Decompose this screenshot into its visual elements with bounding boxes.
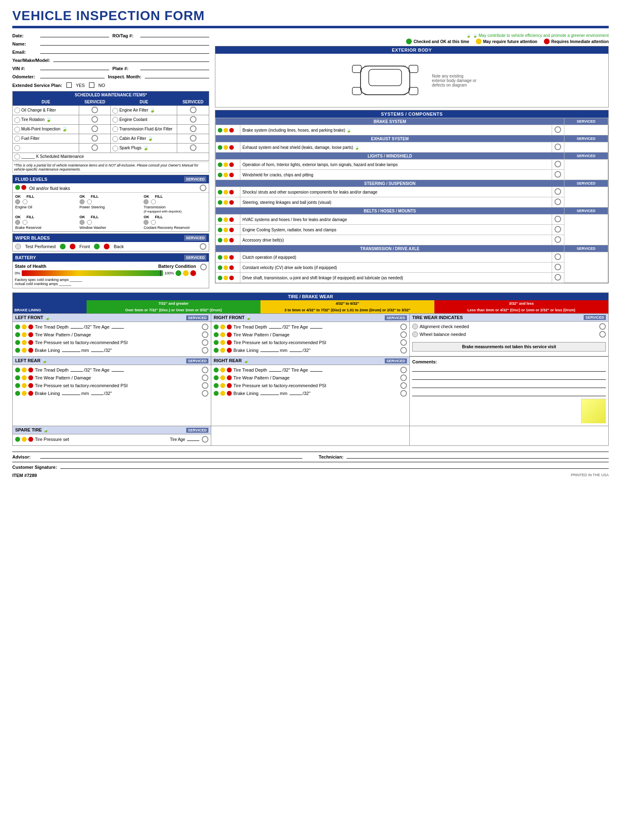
ro-input[interactable] <box>140 37 209 37</box>
sched-note: *This is only a partial list of vehicle … <box>12 162 209 173</box>
email-row: Email: <box>12 50 209 55</box>
item-number: ITEM #7289 <box>12 473 37 478</box>
serv-alignment[interactable] <box>599 323 606 330</box>
serv-coolant[interactable] <box>190 116 196 123</box>
tire-left-front: LEFT FRONT 🍃 SERVICED Tire Tread Depth /… <box>13 314 211 356</box>
sys-item-row: HVAC systems and hoses / lines for leaks… <box>216 215 608 225</box>
title-bar <box>12 26 609 28</box>
vin-input[interactable] <box>40 70 109 70</box>
email-input[interactable] <box>40 53 209 54</box>
brake-note: Brake measurements not taken this servic… <box>412 342 606 352</box>
exterior-body-note: Note any existing exterior body damage o… <box>430 72 479 89</box>
serv-cabinair[interactable] <box>190 135 196 142</box>
ok-circle-ps <box>80 199 84 204</box>
svg-rect-1 <box>369 69 402 86</box>
year-input[interactable] <box>53 62 209 62</box>
sched-col-serv1: SERVICED <box>79 98 111 106</box>
comment-line-1[interactable] <box>412 366 606 372</box>
serv-lr-1[interactable] <box>202 367 208 373</box>
circle-oil <box>14 107 20 113</box>
serv-lf-3[interactable] <box>202 339 208 346</box>
date-label: Date: <box>12 33 37 38</box>
serv-rr-1[interactable] <box>400 367 407 373</box>
legend-may-require-text: May require future attention <box>483 39 537 44</box>
serv-lr-4[interactable] <box>202 390 208 397</box>
tire-yellow-label: 4/32" to 6/32" <box>260 300 434 307</box>
serv-rr-2[interactable] <box>400 374 407 381</box>
serv-lf-1[interactable] <box>202 324 208 330</box>
serv-blank[interactable] <box>91 144 98 151</box>
circle-tirerot <box>14 117 20 123</box>
inspect-input[interactable] <box>145 78 209 78</box>
lr-label: LEFT REAR 🍃 <box>15 358 48 363</box>
lr-row-4: Brake Lining mm /32" <box>15 390 208 397</box>
rr-row-4: Brake Lining mm /32" <box>214 390 407 397</box>
serv-lr-2[interactable] <box>202 374 208 381</box>
odometer-label: Odometer: <box>12 74 37 79</box>
lr-row-2: Tire Wear Pattern / Damage <box>15 374 208 381</box>
serv-fluid-oil[interactable] <box>200 185 206 191</box>
lf-row-4: Brake Lining mm /32" <box>15 347 208 354</box>
serv-lf-2[interactable] <box>202 331 208 338</box>
battery-serviced: SERVICED <box>184 255 206 260</box>
serv-rf-2[interactable] <box>400 331 407 338</box>
ok-circle-br <box>15 220 20 225</box>
serv-rr-4[interactable] <box>400 390 407 397</box>
sys-item-row: Clutch operation (if equipped) <box>216 252 608 262</box>
serv-spark[interactable] <box>190 144 196 151</box>
printed-label: PRINTED IN THE USA <box>571 473 609 478</box>
fluid-window-washer: OKFILL Window Washer <box>80 215 142 230</box>
wiper-test-circle <box>15 244 21 249</box>
comment-line-4[interactable] <box>412 390 606 396</box>
footer: Advisor: Technician: Customer Signature:… <box>12 452 609 478</box>
technician-input[interactable] <box>347 458 609 459</box>
circle-spark <box>112 146 118 151</box>
ok-circle-cr <box>144 220 148 225</box>
lr-row-1: Tire Tread Depth /32" Tire Age <box>15 367 208 373</box>
battery-cond-green <box>176 270 181 276</box>
esp-row: Extended Service Plan: YES NO <box>12 82 209 88</box>
esp-no-checkbox[interactable] <box>89 82 94 88</box>
serv-balance[interactable] <box>599 331 606 338</box>
brake-lining-label: BRAKE LINING <box>13 307 87 313</box>
date-input[interactable] <box>40 37 109 37</box>
vin-row: VIN #: Plate #: <box>12 66 209 71</box>
serv-rf-4[interactable] <box>400 347 407 354</box>
customer-sig-label: Customer Signature: <box>12 465 57 470</box>
battery-condition-label: Battery Condition <box>158 264 196 269</box>
comment-line-2[interactable] <box>412 374 606 380</box>
serv-wiper[interactable] <box>200 243 206 250</box>
advisor-input[interactable] <box>40 458 302 459</box>
serv-battery[interactable] <box>200 264 207 270</box>
serv-tirerot[interactable] <box>91 116 98 123</box>
spare-tire-section: SPARE TIRE 🍃 SERVICED Tire Pressure set … <box>13 426 211 445</box>
comment-line-3[interactable] <box>412 382 606 388</box>
circle-blank <box>14 145 20 151</box>
serv-transfluid[interactable] <box>190 126 196 132</box>
sys-item-row: Shocks/ struts and other suspension comp… <box>216 187 608 197</box>
battery-bar <box>22 270 163 276</box>
page-title: VEHICLE INSPECTION FORM <box>12 8 609 23</box>
serv-rf-1[interactable] <box>400 324 407 330</box>
wiper-front-label: Front <box>80 244 90 249</box>
fluid-serviced: SERVICED <box>184 176 206 182</box>
odometer-input[interactable] <box>40 78 105 78</box>
serv-rr-3[interactable] <box>400 382 407 389</box>
serv-lr-3[interactable] <box>202 382 208 389</box>
rr-row-3: Tire Pressure set to factory-recommended… <box>214 382 407 389</box>
esp-yes-label: YES <box>76 83 85 88</box>
serv-oil[interactable] <box>91 107 98 113</box>
legend-requires: Requires Immediate attention <box>544 39 609 44</box>
serv-spare[interactable] <box>202 436 208 443</box>
serv-fuel[interactable] <box>91 135 98 142</box>
serv-lf-4[interactable] <box>202 347 208 354</box>
serv-rf-3[interactable] <box>400 339 407 346</box>
esp-yes-checkbox[interactable] <box>66 82 72 88</box>
plate-input[interactable] <box>140 70 209 70</box>
serv-airfilter[interactable] <box>190 107 196 113</box>
customer-sig-input[interactable] <box>60 468 609 469</box>
spare-tire-grid: SPARE TIRE 🍃 SERVICED Tire Pressure set … <box>13 426 608 445</box>
serv-mpi[interactable] <box>91 126 98 132</box>
battery-state-label: State of Health <box>15 264 46 269</box>
name-input[interactable] <box>40 45 209 46</box>
